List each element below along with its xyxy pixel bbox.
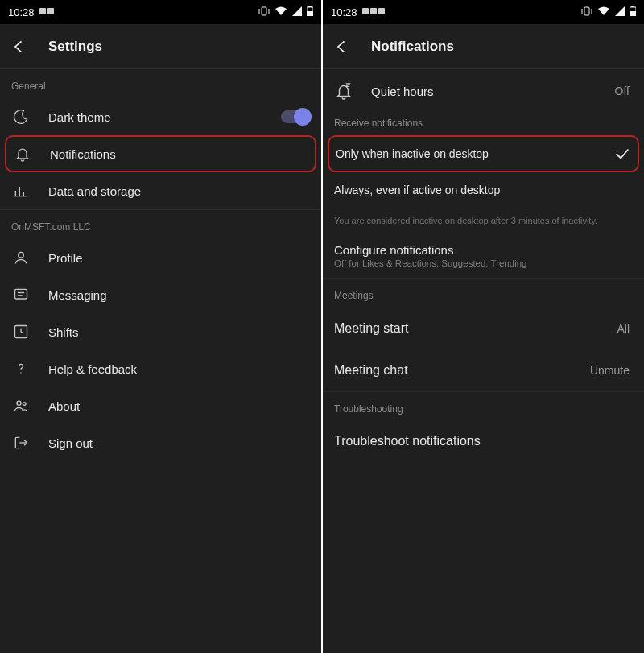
about-label: About xyxy=(48,399,310,413)
svg-rect-0 xyxy=(39,8,46,14)
help-icon xyxy=(11,361,31,377)
section-general: General xyxy=(0,69,321,98)
quiet-hours-label: Quiet hours xyxy=(371,85,434,98)
sign-out-row[interactable]: Sign out xyxy=(0,424,321,461)
only-inactive-label: Only when inactive on desktop xyxy=(336,147,596,160)
teams-icon xyxy=(11,398,31,414)
about-row[interactable]: About xyxy=(0,387,321,424)
status-icon-group xyxy=(39,6,62,19)
notifications-row[interactable]: Notifications xyxy=(5,135,316,172)
quiet-hours-value: Off xyxy=(615,85,630,97)
meeting-chat-row[interactable]: Meeting chat Unmute xyxy=(323,349,644,391)
svg-rect-28 xyxy=(630,11,636,16)
svg-point-12 xyxy=(19,252,24,258)
meeting-start-label: Meeting start xyxy=(334,321,599,336)
inactive-note: You are considered inactive on desktop a… xyxy=(323,208,644,234)
only-inactive-row[interactable]: Only when inactive on desktop xyxy=(328,135,639,172)
svg-rect-20 xyxy=(362,8,369,14)
right-screen: 10:28 Notifications xyxy=(323,0,644,653)
svg-rect-2 xyxy=(262,7,266,15)
section-meetings: Meetings xyxy=(323,279,644,308)
battery-icon xyxy=(630,6,636,19)
status-time: 10:28 xyxy=(331,6,357,19)
bell-icon xyxy=(13,146,32,162)
section-receive: Receive notifications xyxy=(323,113,644,135)
status-time: 10:28 xyxy=(8,6,35,19)
meeting-start-row[interactable]: Meeting start All xyxy=(323,308,644,349)
svg-rect-21 xyxy=(370,8,377,14)
wifi-icon xyxy=(275,6,287,19)
status-bar: 10:28 xyxy=(0,0,321,24)
configure-label: Configure notifications xyxy=(334,243,453,257)
back-button[interactable] xyxy=(11,39,27,55)
notifications-label: Notifications xyxy=(50,147,308,161)
status-icon-group xyxy=(362,6,391,19)
chat-icon xyxy=(11,287,31,303)
configure-sublabel: Off for Likes & Reactions, Suggested, Tr… xyxy=(334,258,527,268)
page-title: Settings xyxy=(48,39,102,55)
svg-point-17 xyxy=(20,372,21,373)
section-troubleshooting: Troubleshooting xyxy=(323,392,644,421)
app-bar: Settings xyxy=(0,24,321,69)
meetings-group: Meetings Meeting start All Meeting chat … xyxy=(323,279,644,392)
person-icon xyxy=(11,250,31,266)
troubleshoot-label: Troubleshoot notifications xyxy=(334,434,633,448)
svg-rect-13 xyxy=(15,289,27,299)
bars-icon xyxy=(11,183,31,199)
meeting-chat-value: Unmute xyxy=(590,364,630,377)
moon-icon xyxy=(11,109,31,125)
messaging-row[interactable]: Messaging xyxy=(0,276,321,313)
data-storage-row[interactable]: Data and storage xyxy=(0,172,321,209)
data-storage-label: Data and storage xyxy=(48,184,310,198)
section-org: OnMSFT.com LLC xyxy=(0,210,321,239)
battery-icon xyxy=(307,6,313,19)
svg-rect-22 xyxy=(378,8,385,14)
shifts-label: Shifts xyxy=(48,325,310,339)
profile-label: Profile xyxy=(48,251,310,265)
always-label: Always, even if active on desktop xyxy=(334,184,633,196)
signout-icon xyxy=(11,435,31,451)
check-icon xyxy=(613,145,631,163)
help-row[interactable]: Help & feedback xyxy=(0,350,321,387)
vibrate-icon xyxy=(258,6,270,19)
signal-icon xyxy=(292,6,302,19)
svg-point-19 xyxy=(23,403,26,406)
page-title: Notifications xyxy=(371,39,454,55)
dark-theme-label: Dark theme xyxy=(48,110,263,124)
messaging-label: Messaging xyxy=(48,288,310,302)
troubleshoot-row[interactable]: Troubleshoot notifications xyxy=(323,421,644,461)
troubleshooting-group: Troubleshooting Troubleshoot notificatio… xyxy=(323,392,644,461)
app-bar: Notifications xyxy=(323,24,644,69)
left-screen: 10:28 Settings General xyxy=(0,0,321,653)
sign-out-label: Sign out xyxy=(48,436,310,450)
meeting-start-value: All xyxy=(617,322,630,335)
svg-rect-23 xyxy=(584,7,589,15)
profile-row[interactable]: Profile xyxy=(0,239,321,276)
quiet-hours-row[interactable]: Quiet hours Off xyxy=(323,69,644,113)
dark-theme-row[interactable]: Dark theme xyxy=(0,98,321,135)
back-button[interactable] xyxy=(334,39,350,55)
help-label: Help & feedback xyxy=(48,362,310,376)
dark-theme-toggle[interactable] xyxy=(281,110,310,123)
quiet-hours-icon xyxy=(334,82,353,100)
signal-icon xyxy=(615,6,625,19)
svg-rect-1 xyxy=(47,8,54,14)
receive-group: Receive notifications Only when inactive… xyxy=(323,113,644,279)
configure-row[interactable]: Configure notifications Off for Likes & … xyxy=(323,234,644,278)
shifts-row[interactable]: Shifts xyxy=(0,313,321,350)
meeting-chat-label: Meeting chat xyxy=(334,363,572,378)
clock-icon xyxy=(11,324,31,340)
vibrate-icon xyxy=(581,6,592,19)
svg-rect-7 xyxy=(307,11,313,16)
status-bar: 10:28 xyxy=(323,0,644,24)
wifi-icon xyxy=(597,6,610,19)
always-row[interactable]: Always, even if active on desktop xyxy=(323,172,644,208)
svg-point-18 xyxy=(17,401,21,405)
